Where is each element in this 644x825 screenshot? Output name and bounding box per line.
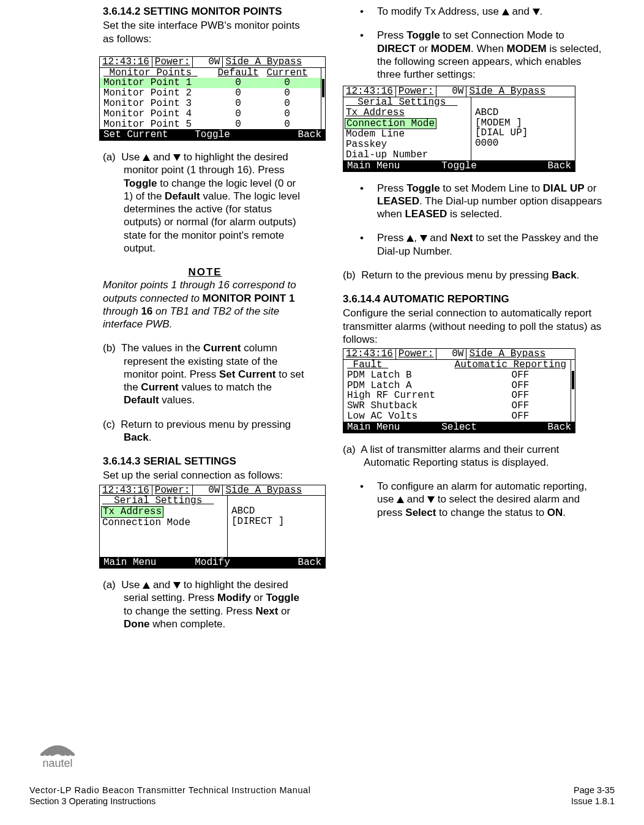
down-arrow-icon xyxy=(420,235,427,242)
down-arrow-icon xyxy=(173,154,181,161)
heading-36142: 3.6.14.2 SETTING MONITOR POINTS xyxy=(103,5,307,18)
lcd1-row-3: Monitor Point 3 0 0 xyxy=(100,99,325,109)
lcd1-r4-cur: 0 xyxy=(263,109,312,119)
lcd4-row-4: SWR Shutback OFF xyxy=(343,401,575,411)
bullet-connection-mode: Press Toggle to set Connection Mode to D… xyxy=(343,29,602,81)
lcd4-r3-val: OFF xyxy=(470,390,571,401)
lcd4-r4-val: OFF xyxy=(470,401,571,411)
lcd3-power-value: 0W xyxy=(436,86,466,97)
lcd4-status: Side A Bypass xyxy=(466,349,575,359)
lcd1-footer: Set Current Toggle Back xyxy=(100,130,325,140)
lcd2-l1: Tx Address xyxy=(101,506,163,518)
lcd2-footer: Main Menu Modify Back xyxy=(100,558,325,568)
footer-issue: Issue 1.8.1 xyxy=(571,796,615,806)
lcd1-f2: Toggle xyxy=(176,130,249,140)
lcd4-r1-name: PDM Latch B xyxy=(347,370,470,381)
lcd1-row-5: Monitor Point 5 0 0 xyxy=(100,119,325,130)
lcd3-l1: Tx Address xyxy=(346,108,468,118)
step-36143-a: (a) Use and to highlight the desired ser… xyxy=(103,578,307,630)
bullet-modem-line: Press Toggle to set Modem Line to DIAL U… xyxy=(343,182,602,221)
lcd4-time: 12:43:16 xyxy=(343,349,396,359)
left-column: 3.6.14.2 SETTING MONITOR POINTS Set the … xyxy=(29,5,307,630)
lcd1-f1: Set Current xyxy=(103,130,176,140)
lcd3-l4: Passkey xyxy=(346,140,468,150)
lcd1-row-1: Monitor Point 1 0 0 xyxy=(100,78,325,88)
lcd4-f2: Select xyxy=(422,422,496,433)
lcd4-r2-val: OFF xyxy=(470,381,571,391)
lcd4-power-value: 0W xyxy=(436,349,466,359)
lcd1-r3-def: 0 xyxy=(214,99,263,109)
lcd-status: Side A Bypass xyxy=(223,57,325,67)
lcd2-f2: Modify xyxy=(176,558,249,568)
lcd3-r3: [DIAL UP] xyxy=(475,128,571,138)
lcd2-r1: ABCD xyxy=(231,506,321,517)
up-arrow-icon xyxy=(406,235,414,242)
lcd1-r3-name: Monitor Point 3 xyxy=(103,99,214,109)
lcd1-row-4: Monitor Point 4 0 0 xyxy=(100,109,325,119)
lcd3-title: Serial Settings xyxy=(346,97,468,108)
lcd-power-value: 0W xyxy=(193,57,223,67)
lcd3-r2: [MODEM ] xyxy=(475,118,571,129)
lcd3-l5: Dial-up Number xyxy=(346,150,468,160)
intro-36143: Set up the serial connection as follows: xyxy=(103,469,307,482)
up-arrow-icon xyxy=(397,496,404,503)
lcd4-r5-name: Low AC Volts xyxy=(347,411,470,422)
step-36144-a: (a) A list of transmitter alarms and the… xyxy=(343,443,602,469)
bullet-configure-alarm: To configure an alarm for automatic repo… xyxy=(343,480,602,519)
note-heading: NOTE xyxy=(103,266,307,278)
lcd2-time: 12:43:16 xyxy=(100,485,152,496)
lcd1-r4-def: 0 xyxy=(214,109,263,119)
footer-title: Vector-LP Radio Beacon Transmitter Techn… xyxy=(29,785,311,795)
lcd3-l2: Connection Mode xyxy=(345,118,436,130)
lcd2-r2: [DIRECT ] xyxy=(231,517,321,527)
lcd3-f1: Main Menu xyxy=(347,161,422,171)
lcd1-r1-name: Monitor Point 1 xyxy=(103,78,214,88)
bullet-passkey: Press , and Next to set the Passkey and … xyxy=(343,231,602,258)
lcd1-r5-def: 0 xyxy=(214,119,263,130)
nautel-logo: nautel xyxy=(33,728,82,770)
lcd1-r5-cur: 0 xyxy=(263,119,312,130)
lcd4-row-5: Low AC Volts OFF xyxy=(343,411,575,422)
lcd3-power-label: Power: xyxy=(396,86,437,97)
up-arrow-icon xyxy=(143,154,150,161)
lcd2-l2: Connection Mode xyxy=(102,518,225,528)
logo-icon xyxy=(36,728,79,756)
step-36142-a: (a) Use and to highlight the desired mon… xyxy=(103,151,307,255)
intro-36142: Set the site interface PWB's monitor poi… xyxy=(103,19,307,45)
heading-36144: 3.6.14.4 AUTOMATIC REPORTING xyxy=(343,293,602,305)
up-arrow-icon xyxy=(143,582,150,589)
lcd1-r5-name: Monitor Point 5 xyxy=(103,119,214,130)
page-footer: Vector-LP Radio Beacon Transmitter Techn… xyxy=(29,785,615,807)
lcd1-row-2: Monitor Point 2 0 0 xyxy=(100,88,325,99)
lcd4-r4-name: SWR Shutback xyxy=(347,401,470,411)
lcd4-f3: Back xyxy=(496,422,571,433)
page-content: 3.6.14.2 SETTING MONITOR POINTS Set the … xyxy=(0,0,644,630)
lcd3-status: Side A Bypass xyxy=(466,86,575,97)
lcd4-r3-name: High RF Current xyxy=(347,390,470,401)
lcd4-r2-name: PDM Latch A xyxy=(347,381,470,391)
lcd3-r4: 0000 xyxy=(475,138,571,149)
lcd3-l3: Modem Line xyxy=(346,129,468,140)
down-arrow-icon xyxy=(427,496,435,503)
lcd1-hdr-default: Default xyxy=(214,68,263,78)
lcd4-footer: Main Menu Select Back xyxy=(343,422,575,433)
lcd4-row-1: PDM Latch B OFF xyxy=(343,370,575,381)
lcd-auto-reporting: 12:43:16 Power: 0W Side A Bypass Fault A… xyxy=(343,348,575,433)
lcd1-r4-name: Monitor Point 4 xyxy=(103,109,214,119)
down-arrow-icon xyxy=(533,9,540,15)
lcd3-time: 12:43:16 xyxy=(343,86,396,97)
lcd1-hdr-current: Current xyxy=(263,68,312,78)
lcd3-f3: Back xyxy=(496,161,571,171)
lcd4-scrollbar xyxy=(571,360,575,422)
lcd3-f2: Toggle xyxy=(422,161,496,171)
step-36143-b: (b) Return to the previous menu by press… xyxy=(343,269,602,282)
footer-page: Page 3-35 xyxy=(574,785,615,795)
lcd4-r5-val: OFF xyxy=(470,411,571,422)
up-arrow-icon xyxy=(502,9,509,15)
lcd4-title-l: Fault xyxy=(347,360,445,370)
lcd1-scrollbar xyxy=(321,68,325,130)
lcd1-r1-def: 0 xyxy=(214,78,263,88)
heading-36143: 3.6.14.3 SERIAL SETTINGS xyxy=(103,455,307,468)
lcd1-r3-cur: 0 xyxy=(263,99,312,109)
intro-36144: Configure the serial connection to autom… xyxy=(343,307,602,346)
